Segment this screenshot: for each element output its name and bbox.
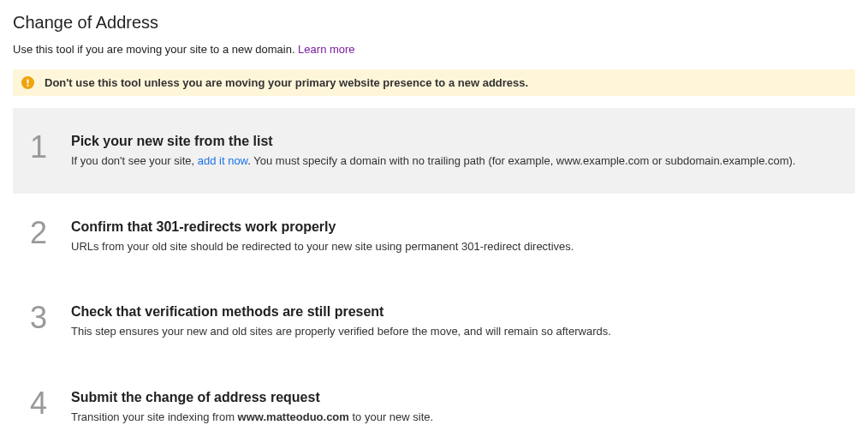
intro-before: Use this tool if you are moving your sit… xyxy=(13,43,298,56)
step-2: 2 Confirm that 301-redirects work proper… xyxy=(13,194,855,279)
step-1: 1 Pick your new site from the list If yo… xyxy=(13,108,855,194)
step-4-desc-after: to your new site. xyxy=(349,410,433,423)
step-1-desc-after: . You must specify a domain with no trai… xyxy=(247,154,795,167)
page-title: Change of Address xyxy=(13,13,855,33)
step-number-3: 3 xyxy=(30,302,52,333)
svg-rect-2 xyxy=(27,85,29,87)
warning-icon xyxy=(21,76,34,89)
step-1-title: Pick your new site from the list xyxy=(71,134,838,149)
warning-text: Don't use this tool unless you are movin… xyxy=(45,76,528,89)
learn-more-link[interactable]: Learn more xyxy=(298,43,354,56)
step-4-desc: Transition your site indexing from www.m… xyxy=(71,409,838,426)
step-number-1: 1 xyxy=(30,132,52,163)
step-1-desc-before: If you don't see your site, xyxy=(71,154,198,167)
step-4-domain: www.matteoduo.com xyxy=(238,410,349,423)
step-2-content: Confirm that 301-redirects work properly… xyxy=(71,218,838,255)
step-number-4: 4 xyxy=(30,388,52,419)
step-2-title: Confirm that 301-redirects work properly xyxy=(71,219,838,235)
step-1-content: Pick your new site from the list If you … xyxy=(71,132,838,170)
intro-text: Use this tool if you are moving your sit… xyxy=(13,43,855,56)
svg-rect-1 xyxy=(27,80,29,84)
add-it-now-link[interactable]: add it now xyxy=(198,154,248,167)
step-4-desc-before: Transition your site indexing from xyxy=(71,410,238,423)
step-3-title: Check that verification methods are stil… xyxy=(71,304,838,320)
step-2-desc: URLs from your old site should be redire… xyxy=(71,238,838,255)
step-1-desc: If you don't see your site, add it now. … xyxy=(71,153,838,170)
step-4-title: Submit the change of address request xyxy=(71,390,838,405)
warning-banner: Don't use this tool unless you are movin… xyxy=(13,69,855,96)
step-4-content: Submit the change of address request Tra… xyxy=(71,388,838,426)
step-3-content: Check that verification methods are stil… xyxy=(71,302,838,340)
step-number-2: 2 xyxy=(30,218,52,248)
step-3-desc: This step ensures your new and old sites… xyxy=(71,323,838,340)
step-3: 3 Check that verification methods are st… xyxy=(13,278,855,364)
step-4: 4 Submit the change of address request T… xyxy=(13,364,855,444)
